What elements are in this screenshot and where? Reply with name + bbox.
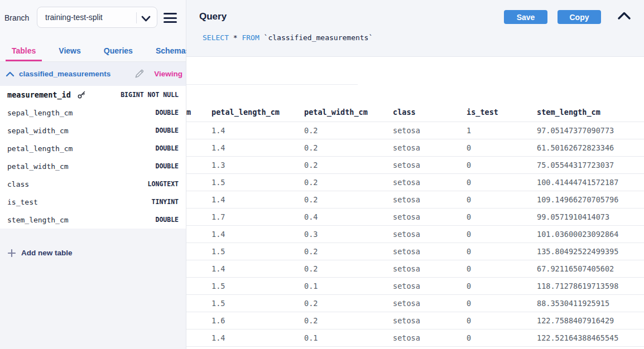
tab-queries[interactable]: Queries [98,46,139,61]
results-cell-truncated[interactable] [186,208,212,225]
hamburger-icon[interactable] [164,13,177,26]
results-cell[interactable]: 118.71278619713598 [537,277,644,294]
results-column-header[interactable]: stem_length_cm [537,103,644,122]
pencil-icon[interactable] [134,69,145,79]
results-cell[interactable]: 0.2 [304,312,393,329]
results-cell[interactable]: setosa [393,312,467,329]
results-cell-truncated[interactable] [186,329,212,346]
results-cell[interactable]: 0 [467,139,537,156]
results-cell[interactable]: 0.2 [304,156,393,173]
add-new-table-button[interactable]: Add new table [0,229,186,257]
results-cell[interactable]: 99.0571910414073 [537,208,644,225]
results-cell[interactable]: 0 [467,173,537,191]
results-cell[interactable]: 0.2 [304,139,393,156]
results-cell[interactable]: 97.05147377090773 [537,122,644,139]
results-cell[interactable]: 0.3 [304,225,393,243]
results-cell[interactable]: 0 [467,225,537,243]
results-cell[interactable]: 0 [467,156,537,173]
results-cell-truncated[interactable] [186,173,212,191]
branch-select[interactable]: training-test-split [37,7,157,28]
chevron-up-icon[interactable] [618,11,631,23]
results-cell[interactable]: setosa [393,260,467,277]
results-cell[interactable]: 135.80492522499395 [537,243,644,260]
results-cell[interactable]: 1.4 [212,260,304,277]
results-cell[interactable]: 0 [467,294,537,312]
results-cell[interactable]: 1.6 [212,312,304,329]
results-cell[interactable]: 1.4 [212,139,304,156]
results-cell[interactable]: 0 [467,329,537,346]
results-cell[interactable]: 75.05544317723037 [537,156,644,173]
results-cell-truncated[interactable] [186,260,212,277]
results-cell[interactable]: 0.1 [304,329,393,346]
results-cell[interactable]: setosa [393,277,467,294]
save-button[interactable]: Save [504,10,547,24]
results-cell[interactable]: 0 [467,191,537,208]
results-cell[interactable]: 109.14966270705796 [537,191,644,208]
results-column-header[interactable]: class [393,103,467,122]
results-cell-truncated[interactable] [186,243,212,260]
results-cell[interactable]: 0 [467,312,537,329]
results-cell[interactable]: 1.5 [212,173,304,191]
results-cell-truncated[interactable] [186,225,212,243]
results-cell[interactable]: 1.5 [212,277,304,294]
copy-button[interactable]: Copy [558,10,601,24]
results-cell[interactable]: setosa [393,243,467,260]
results-column-header-truncated[interactable]: m [186,103,212,122]
results-cell[interactable]: 0.1 [304,277,393,294]
results-cell[interactable]: 0.2 [304,122,393,139]
results-cell[interactable]: setosa [393,191,467,208]
results-column-header[interactable]: petal_length_cm [212,103,304,122]
results-cell[interactable]: 1.7 [212,208,304,225]
results-cell[interactable]: 0 [467,277,537,294]
results-cell[interactable]: setosa [393,122,467,139]
results-cell[interactable]: 0.4 [304,208,393,225]
results-cell[interactable]: 1.4 [212,329,304,346]
tab-views[interactable]: Views [52,46,86,61]
results-cell[interactable]: 0 [467,260,537,277]
results-cell[interactable]: 0 [467,208,537,225]
results-cell-truncated[interactable] [186,139,212,156]
results-cell[interactable]: 1.5 [212,243,304,260]
table-name[interactable]: classified_measurements [19,70,110,78]
results-cell[interactable]: setosa [393,156,467,173]
results-cell[interactable]: 0.2 [304,173,393,191]
results-cell[interactable]: 0.2 [304,260,393,277]
results-cell[interactable]: 61.50162672823346 [537,139,644,156]
results-cell-truncated[interactable] [186,312,212,329]
results-cell[interactable]: setosa [393,294,467,312]
results-cell[interactable]: setosa [393,139,467,156]
results-cell[interactable]: 0.2 [304,243,393,260]
results-cell-truncated[interactable] [186,156,212,173]
results-cell[interactable]: setosa [393,225,467,243]
results-row: 1.40.2setosa061.50162672823346 [186,139,644,156]
results-cell[interactable]: 0 [467,243,537,260]
results-cell[interactable]: setosa [393,173,467,191]
results-column-header[interactable]: petal_width_cm [304,103,393,122]
results-cell-truncated[interactable] [186,122,212,139]
results-cell-truncated[interactable] [186,191,212,208]
column-type: LONGTEXT [148,180,179,188]
results-column-header[interactable]: is_test [467,103,537,122]
results-cell[interactable]: 1.4 [212,225,304,243]
results-cell[interactable]: setosa [393,329,467,346]
results-cell[interactable]: 1.4 [212,191,304,208]
results-row: 1.70.4setosa099.0571910414073 [186,208,644,225]
results-cell[interactable]: 100.41444741572187 [537,173,644,191]
results-cell[interactable]: 1.5 [212,294,304,312]
results-cell[interactable]: 101.03600023092864 [537,225,644,243]
sql-editor[interactable]: SELECT * FROM `classified_measurements` [203,33,373,42]
results-cell[interactable]: 88.3530411925915 [537,294,644,312]
results-cell[interactable]: 67.92116507405602 [537,260,644,277]
results-cell-truncated[interactable] [186,277,212,294]
results-cell[interactable]: 0.2 [304,294,393,312]
results-cell-truncated[interactable] [186,294,212,312]
results-cell[interactable]: 1.4 [212,122,304,139]
chevron-up-icon[interactable] [6,71,15,77]
results-cell[interactable]: 1.3 [212,156,304,173]
results-cell[interactable]: 122.52164388465545 [537,329,644,346]
results-cell[interactable]: 1 [467,122,537,139]
results-cell[interactable]: setosa [393,208,467,225]
results-cell[interactable]: 0.2 [304,191,393,208]
results-cell[interactable]: 122.7588407916429 [537,312,644,329]
tab-tables[interactable]: Tables [6,46,42,61]
